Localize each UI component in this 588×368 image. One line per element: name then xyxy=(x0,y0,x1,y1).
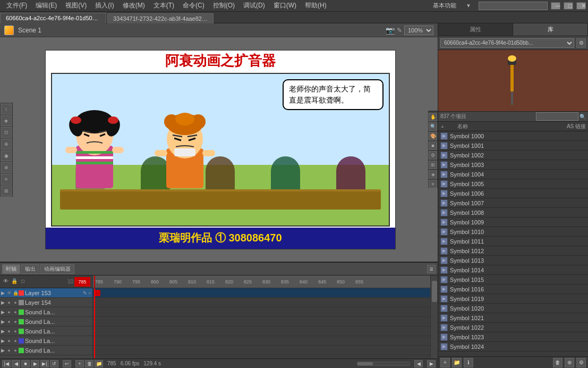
list-item[interactable]: ▶ Symbol 1014 xyxy=(438,265,588,275)
library-search-input[interactable] xyxy=(536,112,578,121)
menu-modify[interactable]: 修改(M) xyxy=(118,1,149,10)
timeline-tab-output[interactable]: 输出 xyxy=(21,264,39,274)
layer-row[interactable]: ▶ ● ● Sound La... xyxy=(0,317,92,327)
layer-lock-icon[interactable]: ● xyxy=(12,299,19,306)
list-item[interactable]: ▶ Symbol 1009 xyxy=(438,218,588,227)
timeline-tab-timeline[interactable]: 时轴 xyxy=(2,264,20,274)
frame-row-sound2[interactable] xyxy=(93,317,430,327)
layer-lock-icon[interactable]: ● xyxy=(12,328,19,334)
tool-btn-6[interactable]: ⊗ xyxy=(1,162,12,173)
list-item[interactable]: ▶ Symbol 1007 xyxy=(438,198,588,208)
eye-header-icon[interactable]: 👁 xyxy=(2,278,10,286)
list-item[interactable]: ▶ Symbol 1004 xyxy=(438,170,588,179)
workspace-dropdown-icon[interactable]: ▼ xyxy=(462,3,475,9)
list-item[interactable]: ▶ Symbol 1003 xyxy=(438,160,588,170)
list-item[interactable]: ▶ Symbol 1001 xyxy=(438,141,588,150)
loop-button[interactable]: ↺ xyxy=(50,360,58,367)
list-item[interactable]: ▶ Symbol 1016 xyxy=(438,285,588,294)
stage-tool-zoom[interactable]: 🔍 xyxy=(429,122,437,131)
play-button[interactable]: ▶ xyxy=(31,360,39,367)
frame-row-layer153[interactable] xyxy=(93,288,430,298)
menu-window[interactable]: 窗口(W) xyxy=(269,1,301,10)
layer-lock-icon[interactable]: ● xyxy=(12,319,19,325)
outline-header-icon[interactable]: □ xyxy=(19,278,27,286)
menu-command[interactable]: 命令(C) xyxy=(178,1,209,10)
layer-edit-icon[interactable]: ✎ xyxy=(83,290,87,296)
timeline-scrollbar[interactable] xyxy=(430,275,438,358)
menu-help[interactable]: 帮助(H) xyxy=(301,1,331,10)
add-layer-button[interactable]: + xyxy=(75,360,84,367)
layer-lock-icon[interactable]: 🔒 xyxy=(12,290,19,296)
library-file-select[interactable]: 60660ca4-a2cc-4e76-9f4e-01d50bb... xyxy=(440,38,574,48)
tool-btn-4[interactable]: ⊕ xyxy=(1,139,12,149)
layer-row[interactable]: ▶ ● ● Sound La... xyxy=(0,336,92,346)
list-item[interactable]: ▶ Symbol 1011 xyxy=(438,237,588,246)
list-item[interactable]: ▶ Symbol 1010 xyxy=(438,227,588,237)
menu-file[interactable]: 文件(F) xyxy=(2,1,31,10)
sort-icon[interactable]: ▲ xyxy=(440,124,447,129)
lib-extra-button[interactable]: ⊕ xyxy=(565,358,574,367)
layer-eye-icon[interactable]: ● xyxy=(6,338,12,344)
goto-start-button[interactable]: |◀ xyxy=(2,360,11,367)
frame-row-sound1[interactable] xyxy=(93,307,430,317)
stage-tool-settings[interactable]: ⚙ xyxy=(429,151,437,160)
list-item[interactable]: ▶ Symbol 1024 xyxy=(438,342,588,352)
menu-edit[interactable]: 编辑(E) xyxy=(31,1,61,10)
list-item[interactable]: ▶ Symbol 1022 xyxy=(438,323,588,332)
frame-row-sound3[interactable] xyxy=(93,327,430,336)
list-item[interactable]: ▶ Symbol 1023 xyxy=(438,332,588,342)
list-item[interactable]: ▶ Symbol 1019 xyxy=(438,294,588,304)
step-forward-button[interactable]: ▶| xyxy=(40,360,49,367)
lib-new-folder-button[interactable]: 📁 xyxy=(452,358,462,367)
frame-row-layer154[interactable] xyxy=(93,298,430,307)
layer-eye-icon[interactable]: 👁 xyxy=(6,290,12,296)
tab-library[interactable]: 库 xyxy=(513,23,588,36)
menu-insert[interactable]: 插入(I) xyxy=(91,1,118,10)
menu-view[interactable]: 视图(V) xyxy=(61,1,91,10)
stop-button[interactable]: ■ xyxy=(21,360,30,367)
stage-tool-snap[interactable]: ◈ xyxy=(429,170,437,179)
layer-lock-icon[interactable]: ● xyxy=(12,309,19,315)
list-item[interactable]: ▶ Symbol 1002 xyxy=(438,150,588,160)
tab-properties[interactable]: 属性 xyxy=(438,23,513,36)
lib-new-symbol-button[interactable]: + xyxy=(440,358,450,367)
minimize-button[interactable]: ─ xyxy=(551,2,560,10)
list-item[interactable]: ▶ Symbol 1006 xyxy=(438,189,588,198)
workspace-label[interactable]: 基本功能 xyxy=(431,2,458,10)
list-item[interactable]: ▶ Symbol 1000 xyxy=(438,131,588,141)
layer-eye-icon[interactable]: ● xyxy=(6,309,12,315)
layer-row[interactable]: ▶ ● ● Sound La... xyxy=(0,327,92,336)
stage-tool-grid[interactable]: ⊞ xyxy=(429,161,437,169)
scroll-left-button[interactable]: ◀ xyxy=(414,360,423,367)
list-item[interactable]: ▶ Symbol 1020 xyxy=(438,304,588,313)
tab-file2[interactable]: 3343471f-2732-422c-ab3f-4aae8296e65d.fla… xyxy=(107,13,214,23)
layer-row[interactable]: ▶ ● ● Layer 154 xyxy=(0,298,92,307)
tool-btn-5[interactable]: ◉ xyxy=(1,150,12,161)
tool-btn-3[interactable]: ⊡ xyxy=(1,127,12,138)
zoom-select[interactable]: 100% xyxy=(404,26,433,35)
list-item[interactable]: ▶ Symbol 1005 xyxy=(438,179,588,189)
layer-lock-icon[interactable]: ● xyxy=(12,347,19,354)
list-item[interactable]: ▶ Symbol 1015 xyxy=(438,275,588,285)
menu-text[interactable]: 文本(T) xyxy=(149,1,178,10)
layer-eye-icon[interactable]: ● xyxy=(6,299,12,306)
col-name-header[interactable]: 名称 xyxy=(457,123,559,130)
timeline-tab-animation[interactable]: 动画编辑器 xyxy=(40,264,74,274)
maximize-button[interactable]: □ xyxy=(564,2,573,10)
list-item[interactable]: ▶ Symbol 1008 xyxy=(438,208,588,218)
timeline-expand-icon[interactable]: ≡ xyxy=(427,265,436,273)
menu-debug[interactable]: 调试(D) xyxy=(239,1,269,10)
tab-file1[interactable]: 60660ca4-a2cc-4e76-9f4e-01d50bb534b3.fla… xyxy=(0,13,106,23)
tool-btn-2[interactable]: ◈ xyxy=(1,115,12,126)
list-item[interactable]: ▶ Symbol 1012 xyxy=(438,246,588,256)
tool-btn-7[interactable]: ≡ xyxy=(1,174,12,185)
scroll-right-button[interactable]: ▶ xyxy=(427,360,436,367)
frame-row-sound5[interactable] xyxy=(93,346,430,355)
stage-tool-bg[interactable]: ■ xyxy=(429,141,437,150)
stage-tool-color[interactable]: 🎨 xyxy=(429,132,437,140)
layer-eye-icon[interactable]: ● xyxy=(6,328,12,334)
tool-btn-1[interactable]: ↕ xyxy=(1,104,12,114)
lib-properties-button[interactable]: ℹ xyxy=(464,358,473,367)
layer-row[interactable]: ▶ ● ● Sound La... xyxy=(0,346,92,355)
layer-eye-icon[interactable]: ● xyxy=(6,319,12,325)
